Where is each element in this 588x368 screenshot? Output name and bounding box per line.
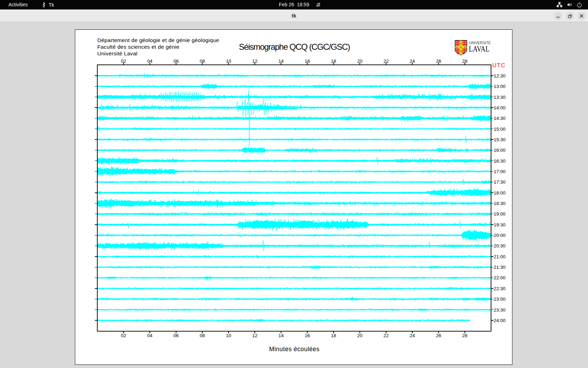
- svg-text:23:30: 23:30: [494, 307, 506, 313]
- svg-text:22:30: 22:30: [494, 286, 506, 291]
- svg-text:06: 06: [173, 333, 178, 338]
- svg-text:22: 22: [383, 59, 388, 64]
- svg-text:14: 14: [278, 333, 284, 338]
- svg-text:20:30: 20:30: [494, 243, 506, 248]
- svg-text:18:00: 18:00: [494, 190, 506, 196]
- svg-text:06: 06: [173, 59, 178, 64]
- svg-text:16: 16: [304, 333, 310, 338]
- svg-text:17:00: 17:00: [494, 169, 506, 174]
- svg-text:24: 24: [410, 333, 415, 338]
- svg-text:18: 18: [331, 59, 336, 64]
- svg-text:12: 12: [252, 59, 257, 64]
- svg-text:14:00: 14:00: [494, 105, 506, 110]
- svg-text:19:30: 19:30: [494, 222, 506, 227]
- svg-text:21:00: 21:00: [494, 254, 506, 259]
- svg-text:10: 10: [226, 333, 231, 338]
- svg-text:23:00: 23:00: [494, 297, 506, 302]
- svg-text:18: 18: [331, 333, 336, 338]
- svg-text:28: 28: [462, 59, 467, 64]
- svg-text:13:30: 13:30: [494, 95, 506, 100]
- svg-text:26: 26: [436, 333, 441, 338]
- svg-text:10: 10: [226, 59, 231, 64]
- svg-text:24:00: 24:00: [494, 318, 506, 323]
- svg-text:16:30: 16:30: [494, 158, 506, 164]
- svg-text:12:30: 12:30: [494, 73, 506, 79]
- svg-text:02: 02: [121, 333, 126, 338]
- svg-text:17:30: 17:30: [494, 179, 506, 185]
- svg-text:24: 24: [410, 59, 415, 64]
- svg-text:21:30: 21:30: [494, 265, 506, 270]
- svg-text:13:00: 13:00: [494, 84, 506, 89]
- svg-text:26: 26: [436, 59, 441, 64]
- svg-text:20: 20: [357, 333, 362, 338]
- svg-text:LAVAL: LAVAL: [469, 44, 490, 53]
- svg-text:16:00: 16:00: [494, 148, 506, 153]
- svg-text:04: 04: [147, 59, 153, 64]
- svg-text:08: 08: [200, 59, 205, 64]
- svg-text:19:00: 19:00: [494, 211, 506, 217]
- svg-text:Minutes écoulées: Minutes écoulées: [269, 346, 320, 353]
- svg-text:12: 12: [252, 333, 257, 338]
- svg-text:02: 02: [121, 59, 126, 64]
- svg-text:20:00: 20:00: [494, 233, 506, 238]
- svg-text:22: 22: [383, 333, 388, 338]
- svg-text:18:30: 18:30: [494, 201, 506, 206]
- svg-text:14:30: 14:30: [494, 116, 506, 121]
- svg-text:15:00: 15:00: [494, 127, 506, 132]
- svg-text:16: 16: [304, 59, 310, 64]
- svg-text:28: 28: [462, 333, 467, 338]
- svg-text:14: 14: [278, 59, 284, 64]
- svg-text:UTC: UTC: [492, 62, 506, 68]
- svg-text:22:00: 22:00: [494, 275, 506, 280]
- svg-text:08: 08: [200, 333, 205, 338]
- svg-text:15:30: 15:30: [494, 137, 506, 142]
- svg-text:04: 04: [147, 333, 153, 338]
- svg-text:20: 20: [357, 59, 362, 64]
